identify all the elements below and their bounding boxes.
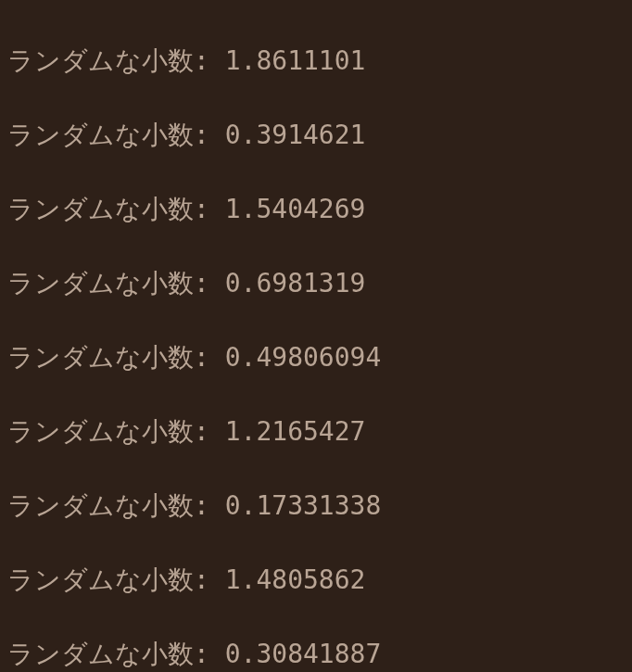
line-label: ランダムな小数: xyxy=(7,268,225,298)
line-value: 1.4805862 xyxy=(225,564,366,595)
console-line: ランダムな小数: 0.3914621 xyxy=(7,117,625,154)
line-label: ランダムな小数: xyxy=(7,120,225,150)
line-label: ランダムな小数: xyxy=(7,342,225,373)
console-output: ランダムな小数: 1.8611101 ランダムな小数: 0.3914621 ラン… xyxy=(0,0,632,672)
console-line: ランダムな小数: 0.17331338 xyxy=(7,488,625,525)
console-line: ランダムな小数: 0.30841887 xyxy=(7,636,625,672)
line-label: ランダムな小数: xyxy=(7,564,225,595)
line-value: 0.17331338 xyxy=(225,490,382,521)
console-line: ランダムな小数: 0.6981319 xyxy=(7,265,625,302)
console-line: ランダムな小数: 1.4805862 xyxy=(7,562,625,599)
line-value: 1.2165427 xyxy=(225,416,366,447)
console-line: ランダムな小数: 1.8611101 xyxy=(7,43,625,80)
line-label: ランダムな小数: xyxy=(7,416,225,447)
line-value: 1.8611101 xyxy=(225,45,366,76)
line-value: 1.5404269 xyxy=(225,194,366,224)
console-line: ランダムな小数: 1.5404269 xyxy=(7,191,625,228)
line-label: ランダムな小数: xyxy=(7,194,225,224)
line-value: 0.30841887 xyxy=(225,639,382,669)
line-value: 0.49806094 xyxy=(225,342,382,373)
line-label: ランダムな小数: xyxy=(7,639,225,669)
line-label: ランダムな小数: xyxy=(7,490,225,521)
line-label: ランダムな小数: xyxy=(7,45,225,76)
console-line: ランダムな小数: 0.49806094 xyxy=(7,339,625,376)
line-value: 0.6981319 xyxy=(225,268,366,298)
console-line: ランダムな小数: 1.2165427 xyxy=(7,413,625,450)
line-value: 0.3914621 xyxy=(225,120,366,150)
